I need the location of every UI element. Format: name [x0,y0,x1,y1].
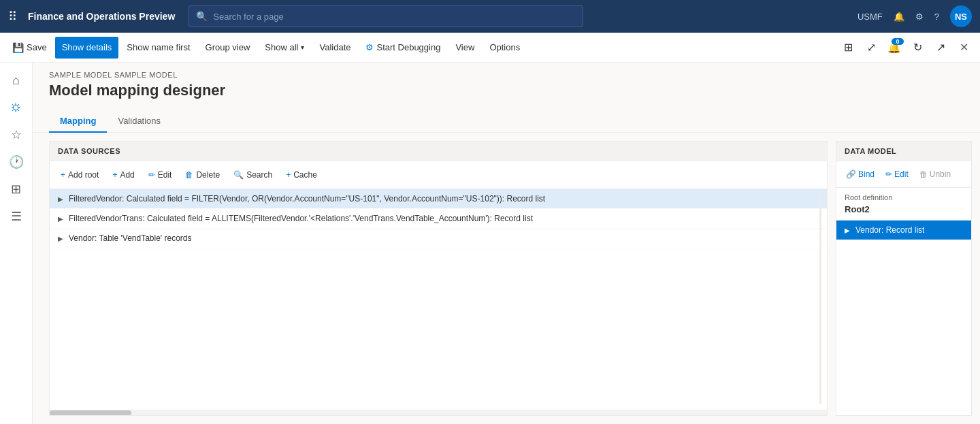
tab-mapping[interactable]: Mapping [49,110,107,133]
data-sources-header: DATA SOURCES [50,142,827,161]
content-area: SAMPLE MODEL SAMPLE MODEL Model mapping … [33,63,980,424]
delete-button[interactable]: 🗑 Delete [180,165,225,184]
dm-row1-text: Vendor: Record list [855,225,924,235]
data-model-header: DATA MODEL [836,142,971,161]
right-edit-button[interactable]: ✏ Edit [881,165,913,183]
add-root-icon: + [61,170,65,180]
close-button[interactable]: ✕ [953,37,975,59]
refresh-icon[interactable]: ↻ [906,37,928,59]
open-in-new-icon[interactable]: ↗ [930,37,951,59]
sidebar-item-recent[interactable]: 🕐 [4,150,29,174]
show-details-button[interactable]: Show details [55,37,119,59]
right-edit-icon: ✏ [885,169,892,179]
data-model-row[interactable]: ▶ Vendor: Record list [836,221,971,240]
bind-icon: 🔗 [846,169,856,179]
sidebar-item-filter[interactable]: ⛭ [4,95,29,120]
unbin-icon: 🗑 [919,169,928,179]
grid-icon[interactable]: ⠿ [8,9,17,24]
debug-icon: ⚙ [365,42,374,52]
settings-icon[interactable]: ⚙ [915,12,924,22]
panels-row: DATA SOURCES + Add root + Add ✏ Edit [33,133,980,424]
sidebar-item-favorites[interactable]: ☆ [4,123,29,147]
personalize-icon[interactable]: ⊞ [837,37,859,59]
expand-icon[interactable]: ⤢ [860,37,882,59]
toolbar: 💾 Save Show details Show name first Grou… [0,33,980,63]
tab-validations[interactable]: Validations [107,110,172,133]
root-definition-label: Root definition [836,188,971,203]
save-icon: 💾 [12,42,24,53]
panel-toolbar: + Add root + Add ✏ Edit 🗑 Delete [50,161,827,189]
sidebar-item-home[interactable]: ⌂ [4,68,29,93]
data-model-panel: DATA MODEL 🔗 Bind ✏ Edit 🗑 Unbin R [836,141,972,416]
expand-row3-btn[interactable]: ▶ [55,233,66,244]
app-title: Finance and Operations Preview [28,11,175,22]
options-button[interactable]: Options [483,37,527,59]
chevron-down-icon: ▾ [301,44,304,51]
expand-row1-btn[interactable]: ▶ [55,193,66,204]
top-nav-bar: ⠿ Finance and Operations Preview 🔍 USMF … [0,0,980,33]
data-sources-list: ▶ FilteredVendor: Calculated field = FIL… [50,189,827,410]
search-input[interactable] [213,12,576,22]
row1-text: FilteredVendor: Calculated field = FILTE… [69,194,545,203]
avatar[interactable]: NS [950,5,972,27]
notification-icon[interactable]: 🔔 [894,12,904,22]
edit-button[interactable]: ✏ Edit [143,165,178,184]
breadcrumb: SAMPLE MODEL SAMPLE MODEL [33,63,980,79]
save-button[interactable]: 💾 Save [5,37,54,59]
group-view-button[interactable]: Group view [199,37,257,59]
search-panel-icon: 🔍 [233,170,244,180]
data-row[interactable]: ▶ Vendor: Table 'VendTable' records [50,229,827,248]
search-button[interactable]: 🔍 Search [228,165,278,184]
row3-text: Vendor: Table 'VendTable' records [69,233,192,243]
row2-text: FilteredVendorTrans: Calculated field = … [69,214,533,223]
notification-count: 0 [892,38,904,45]
delete-icon: 🗑 [185,170,193,180]
search-icon: 🔍 [196,11,208,22]
sidebar-item-workspaces[interactable]: ⊞ [4,177,29,201]
cache-icon: + [286,170,291,180]
bind-button[interactable]: 🔗 Bind [842,165,879,183]
add-icon: + [112,170,117,180]
expand-dm-row1-btn[interactable]: ▶ [842,225,853,235]
horizontal-scrollbar[interactable] [50,410,827,415]
data-model-list: ▶ Vendor: Record list [836,221,971,415]
validate-button[interactable]: Validate [312,37,357,59]
data-row[interactable]: ▶ FilteredVendorTrans: Calculated field … [50,209,827,229]
add-root-button[interactable]: + Add root [55,165,104,184]
root-definition-value: Root2 [836,203,971,221]
unbin-button[interactable]: 🗑 Unbin [915,165,955,183]
add-button[interactable]: + Add [107,165,140,184]
start-debugging-button[interactable]: ⚙ Start Debugging [359,37,447,59]
show-all-button[interactable]: Show all ▾ [258,37,311,59]
view-button[interactable]: View [448,37,481,59]
notification-badge-btn[interactable]: 🔔 0 [883,37,905,59]
page-title: Model mapping designer [33,79,980,99]
search-bar[interactable]: 🔍 [189,5,583,27]
main-layout: ⌂ ⛭ ☆ 🕐 ⊞ ☰ SAMPLE MODEL SAMPLE MODEL Mo… [0,63,980,424]
scrollbar-thumb[interactable] [50,410,131,416]
data-sources-panel: DATA SOURCES + Add root + Add ✏ Edit [49,141,828,416]
tabs: Mapping Validations [33,105,980,133]
sidebar-item-list[interactable]: ☰ [4,204,29,229]
splitter-handle[interactable] [819,196,821,404]
cache-button[interactable]: + Cache [280,165,323,184]
top-nav-right: USMF 🔔 ⚙ ? NS [858,5,972,27]
help-icon[interactable]: ? [934,12,939,22]
edit-icon: ✏ [148,170,155,180]
right-panel-toolbar: 🔗 Bind ✏ Edit 🗑 Unbin [836,161,971,188]
data-row[interactable]: ▶ FilteredVendor: Calculated field = FIL… [50,189,827,209]
expand-row2-btn[interactable]: ▶ [55,213,66,224]
user-code: USMF [858,12,883,22]
show-name-first-button[interactable]: Show name first [120,37,197,59]
sidebar: ⌂ ⛭ ☆ 🕐 ⊞ ☰ [0,63,33,424]
